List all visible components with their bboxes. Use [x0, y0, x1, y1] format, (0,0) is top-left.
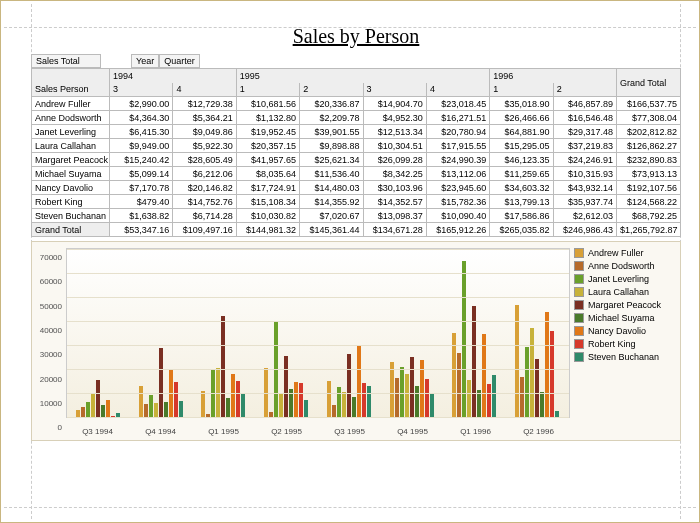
- person-cell: Janet Leverling: [32, 125, 110, 139]
- row-total-cell: $232,890.83: [617, 153, 681, 167]
- quarter-header[interactable]: 2: [300, 83, 363, 97]
- bar: [482, 334, 486, 417]
- value-cell: $16,271.51: [426, 111, 489, 125]
- quarter-header[interactable]: 1: [490, 83, 553, 97]
- quarter-header[interactable]: 1: [236, 83, 299, 97]
- bar-group: [318, 249, 381, 417]
- bar: [395, 378, 399, 417]
- legend-swatch: [574, 300, 584, 310]
- legend-label: Janet Leverling: [588, 274, 649, 284]
- bar: [294, 382, 298, 417]
- bar-group: [506, 249, 569, 417]
- person-cell: Robert King: [32, 195, 110, 209]
- value-cell: $30,103.96: [363, 181, 426, 195]
- year-header[interactable]: 1995: [236, 69, 490, 83]
- value-cell: $5,364.21: [173, 111, 236, 125]
- value-cell: $25,621.34: [300, 153, 363, 167]
- measure-field[interactable]: Sales Total: [31, 54, 101, 68]
- value-cell: $23,945.60: [426, 181, 489, 195]
- chart-x-axis: Q3 1994Q4 1994Q1 1995Q2 1995Q3 1995Q4 19…: [66, 427, 570, 436]
- x-tick: Q1 1996: [444, 427, 507, 436]
- value-cell: $37,219.83: [553, 139, 616, 153]
- bar: [467, 380, 471, 417]
- report-page: Sales by Person Sales Total Year Quarter…: [0, 0, 700, 523]
- legend-item: Janet Leverling: [574, 274, 676, 284]
- row-total-cell: $73,913.13: [617, 167, 681, 181]
- value-cell: $29,317.48: [553, 125, 616, 139]
- value-cell: $46,123.35: [490, 153, 553, 167]
- col-total-cell: $109,497.16: [173, 223, 236, 237]
- legend-item: Margaret Peacock: [574, 300, 676, 310]
- bar: [304, 400, 308, 417]
- x-tick: Q3 1994: [66, 427, 129, 436]
- bar: [231, 374, 235, 417]
- value-cell: $5,922.30: [173, 139, 236, 153]
- col-total-cell: $145,361.44: [300, 223, 363, 237]
- table-row: Michael Suyama$5,099.14$6,212.06$8,035.6…: [32, 167, 681, 181]
- bar: [81, 407, 85, 417]
- bar: [154, 403, 158, 417]
- person-cell: Laura Callahan: [32, 139, 110, 153]
- legend-label: Robert King: [588, 339, 636, 349]
- value-cell: $15,108.34: [236, 195, 299, 209]
- quarter-header[interactable]: 2: [553, 83, 616, 97]
- row-field-header[interactable]: Sales Person: [32, 83, 110, 97]
- value-cell: $35,018.90: [490, 97, 553, 111]
- bar-group: [130, 249, 193, 417]
- value-cell: $1,638.82: [110, 209, 173, 223]
- legend-swatch: [574, 352, 584, 362]
- value-cell: $10,030.82: [236, 209, 299, 223]
- x-tick: Q4 1994: [129, 427, 192, 436]
- value-cell: $10,681.56: [236, 97, 299, 111]
- value-cell: $14,355.92: [300, 195, 363, 209]
- bar: [236, 381, 240, 417]
- value-cell: $9,049.86: [173, 125, 236, 139]
- y-tick: 60000: [40, 277, 62, 286]
- value-cell: $4,952.30: [363, 111, 426, 125]
- row-total-cell: $166,537.75: [617, 97, 681, 111]
- quarter-header[interactable]: 4: [426, 83, 489, 97]
- year-header[interactable]: 1994: [110, 69, 237, 83]
- value-cell: $1,132.80: [236, 111, 299, 125]
- year-field[interactable]: Year: [131, 54, 159, 68]
- chart: 010000200003000040000500006000070000 Q3 …: [31, 241, 681, 441]
- bar: [550, 331, 554, 417]
- y-tick: 50000: [40, 301, 62, 310]
- quarter-field[interactable]: Quarter: [159, 54, 200, 68]
- bar: [342, 392, 346, 417]
- legend-swatch: [574, 274, 584, 284]
- table-row: Nancy Davolio$7,170.78$20,146.82$17,724.…: [32, 181, 681, 195]
- bar: [332, 405, 336, 417]
- quarter-header[interactable]: 3: [363, 83, 426, 97]
- chart-y-axis: 010000200003000040000500006000070000: [32, 242, 66, 440]
- legend-item: Robert King: [574, 339, 676, 349]
- bar: [337, 387, 341, 417]
- year-header[interactable]: 1996: [490, 69, 617, 83]
- value-cell: $14,752.76: [173, 195, 236, 209]
- chart-plot: [66, 248, 570, 418]
- table-row: Anne Dodsworth$4,364.30$5,364.21$1,132.8…: [32, 111, 681, 125]
- legend-label: Nancy Davolio: [588, 326, 646, 336]
- value-cell: $17,724.91: [236, 181, 299, 195]
- x-tick: Q2 1995: [255, 427, 318, 436]
- value-cell: $14,904.70: [363, 97, 426, 111]
- value-cell: $2,209.78: [300, 111, 363, 125]
- value-cell: $24,990.39: [426, 153, 489, 167]
- y-tick: 40000: [40, 325, 62, 334]
- value-cell: $17,915.55: [426, 139, 489, 153]
- bar: [545, 312, 549, 417]
- bar: [101, 405, 105, 417]
- person-cell: Michael Suyama: [32, 167, 110, 181]
- value-cell: $26,099.28: [363, 153, 426, 167]
- value-cell: $10,315.93: [553, 167, 616, 181]
- quarter-header[interactable]: 3: [110, 83, 173, 97]
- value-cell: $64,881.90: [490, 125, 553, 139]
- value-cell: $13,098.37: [363, 209, 426, 223]
- row-total-cell: $126,862.27: [617, 139, 681, 153]
- quarter-header[interactable]: 4: [173, 83, 236, 97]
- page-title: Sales by Person: [31, 25, 681, 48]
- y-tick: 0: [58, 423, 62, 432]
- y-tick: 20000: [40, 374, 62, 383]
- legend-item: Michael Suyama: [574, 313, 676, 323]
- legend-swatch: [574, 248, 584, 258]
